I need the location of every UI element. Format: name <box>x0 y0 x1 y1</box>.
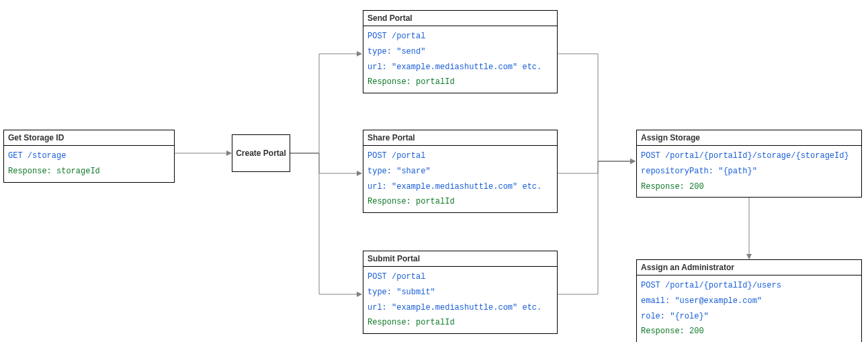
response-line: Response: portalId <box>367 75 553 90</box>
diagram-canvas: Get Storage ID GET /storage Response: st… <box>0 0 868 342</box>
response-line: Response: 200 <box>641 324 857 339</box>
node-title: Submit Portal <box>363 251 557 267</box>
request-line: repositoryPath: "{path}" <box>641 164 857 179</box>
response-line: Response: 200 <box>641 179 857 195</box>
node-title: Share Portal <box>363 130 557 146</box>
node-title: Assign an Administrator <box>637 260 861 275</box>
node-title: Assign Storage <box>637 130 861 146</box>
request-line: POST /portal/{portalId}/storage/{storage… <box>641 148 857 164</box>
node-title: Send Portal <box>363 11 557 26</box>
response-line: Response: storageId <box>8 164 170 179</box>
request-line: POST /portal <box>367 29 553 44</box>
node-send-portal: Send Portal POST /portal type: "send" ur… <box>363 10 558 93</box>
node-body: POST /portal type: "share" url: "example… <box>363 146 557 212</box>
request-line: role: "{role}" <box>641 309 857 325</box>
node-share-portal: Share Portal POST /portal type: "share" … <box>363 130 558 213</box>
node-title: Create Portal <box>236 148 286 158</box>
node-body: POST /portal type: "send" url: "example.… <box>363 26 557 93</box>
node-body: POST /portal/{portalId}/users email: "us… <box>637 275 861 342</box>
node-create-portal: Create Portal <box>232 134 290 172</box>
request-line: url: "example.mediashuttle.com" etc. <box>367 300 553 316</box>
request-line: type: "share" <box>367 164 553 179</box>
request-line: url: "example.mediashuttle.com" etc. <box>367 179 553 195</box>
node-get-storage-id: Get Storage ID GET /storage Response: st… <box>3 130 175 183</box>
request-line: GET /storage <box>8 148 170 164</box>
node-body: GET /storage Response: storageId <box>4 146 174 182</box>
request-line: POST /portal <box>367 148 553 164</box>
node-title: Get Storage ID <box>4 130 174 146</box>
request-line: url: "example.mediashuttle.com" etc. <box>367 60 553 75</box>
node-submit-portal: Submit Portal POST /portal type: "submit… <box>363 251 558 334</box>
node-assign-administrator: Assign an Administrator POST /portal/{po… <box>636 259 862 342</box>
request-line: email: "user@example.com" <box>641 294 857 309</box>
request-line: type: "submit" <box>367 285 553 300</box>
request-line: POST /portal/{portalId}/users <box>641 278 857 294</box>
response-line: Response: portalId <box>367 315 553 331</box>
node-body: POST /portal/{portalId}/storage/{storage… <box>637 146 861 197</box>
response-line: Response: portalId <box>367 194 553 210</box>
request-line: type: "send" <box>367 44 553 60</box>
request-line: POST /portal <box>367 269 553 285</box>
node-body: POST /portal type: "submit" url: "exampl… <box>363 267 557 333</box>
node-assign-storage: Assign Storage POST /portal/{portalId}/s… <box>636 130 862 198</box>
